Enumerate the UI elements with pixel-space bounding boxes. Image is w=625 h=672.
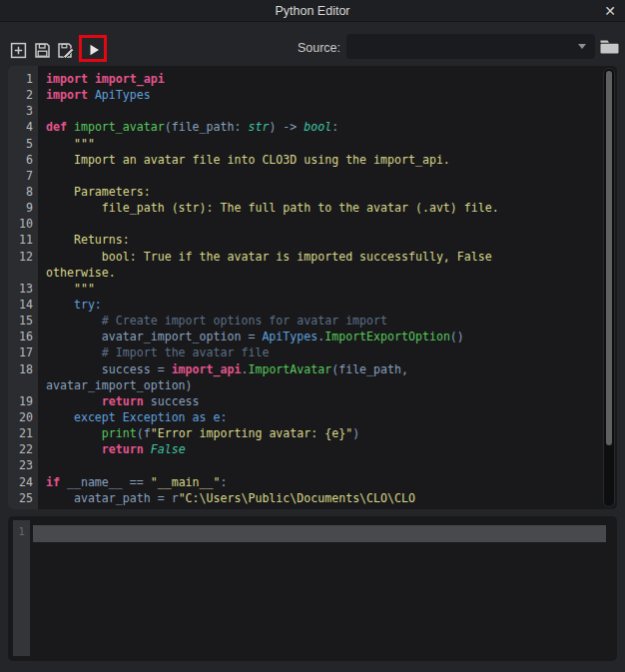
code-line-text: avatar_import_option) xyxy=(38,377,193,393)
code-line-text: bool: True if the avatar is imported suc… xyxy=(38,249,492,265)
line-number: 11 xyxy=(8,232,38,248)
title-bar: Python Editor ✕ xyxy=(0,0,625,22)
line-number: 24 xyxy=(8,474,38,490)
line-number: 18 xyxy=(8,361,38,377)
line-number: 23 xyxy=(8,457,38,473)
line-number: 2 xyxy=(8,87,38,103)
code-row: avatar_import_option) xyxy=(8,377,601,393)
line-number: 17 xyxy=(8,344,38,360)
code-row: 8 Parameters: xyxy=(8,184,601,200)
line-number: 16 xyxy=(8,329,38,344)
code-line-text: avatar_path = r"C:\Users\Public\Document… xyxy=(38,490,415,506)
source-label: Source: xyxy=(298,41,340,55)
line-number: 8 xyxy=(8,184,38,200)
window-title: Python Editor xyxy=(275,4,349,18)
code-line-text: # Create import options for avatar impor… xyxy=(38,313,387,329)
chevron-down-icon xyxy=(578,44,586,49)
code-line-text xyxy=(38,216,46,232)
line-number: 13 xyxy=(8,281,38,297)
close-icon[interactable]: ✕ xyxy=(600,1,620,21)
code-row: 6 Import an avatar file into CLO3D using… xyxy=(8,152,601,168)
save-as-icon xyxy=(57,42,75,59)
play-icon xyxy=(87,43,101,57)
code-line-text: except Exception as e: xyxy=(38,409,227,425)
open-file-button[interactable] xyxy=(598,36,620,56)
line-number: 1 xyxy=(8,71,38,87)
code-row: 14 try: xyxy=(8,297,601,313)
code-row: 16 avatar_import_option = ApiTypes.Impor… xyxy=(8,329,601,344)
code-row: 22 return False xyxy=(8,441,601,457)
code-line-text: try: xyxy=(38,297,102,313)
line-number: 20 xyxy=(8,409,38,425)
code-line-text: import import_api xyxy=(38,71,165,87)
code-row: 1import import_api xyxy=(8,71,601,87)
code-line-text: return success xyxy=(38,393,200,409)
line-number xyxy=(8,377,38,393)
code-row: 19 return success xyxy=(8,393,601,409)
code-row: 13 """ xyxy=(8,281,601,297)
run-button[interactable] xyxy=(83,39,105,61)
output-console[interactable]: 1 xyxy=(8,516,617,661)
line-number: 9 xyxy=(8,200,38,216)
line-number: 10 xyxy=(8,216,38,232)
toolbar: Source: xyxy=(0,23,625,65)
code-line-text: Returns: xyxy=(38,232,130,248)
line-number: 4 xyxy=(8,119,38,135)
code-row: 10 xyxy=(8,216,601,232)
code-row: 17 # Import the avatar file xyxy=(8,344,601,360)
code-line-text xyxy=(38,103,46,119)
code-row: 3 xyxy=(8,103,601,119)
code-row: 7 xyxy=(8,168,601,184)
code-line-text: if __name__ == "__main__": xyxy=(38,474,228,490)
plus-square-icon xyxy=(10,42,27,59)
code-row: 23 xyxy=(8,457,601,473)
code-line-text: def import_avatar(file_path: str) -> boo… xyxy=(38,119,338,135)
code-row: 5 """ xyxy=(8,136,601,152)
code-row: 20 except Exception as e: xyxy=(8,409,601,425)
code-line-text xyxy=(38,457,46,473)
line-number: 21 xyxy=(8,425,38,441)
code-line-text: Parameters: xyxy=(38,184,151,200)
code-line-text: import ApiTypes xyxy=(38,87,151,103)
new-script-button[interactable] xyxy=(7,39,29,61)
code-row: 18 success = import_api.ImportAvatar(fil… xyxy=(8,361,601,377)
source-dropdown[interactable] xyxy=(346,34,595,59)
code-row: 12 bool: True if the avatar is imported … xyxy=(8,249,601,265)
code-line-text: success = import_api.ImportAvatar(file_p… xyxy=(38,361,408,377)
code-line-text: print(f"Error importing avatar: {e}") xyxy=(38,425,359,441)
line-number: 6 xyxy=(8,152,38,168)
line-number: 12 xyxy=(8,249,38,265)
code-line-text: """ xyxy=(38,281,95,297)
line-number: 19 xyxy=(8,393,38,409)
save-icon xyxy=(34,42,51,59)
python-editor-window: { "window": { "title": "Python Editor", … xyxy=(0,0,625,672)
code-line-text: return False xyxy=(38,441,186,457)
code-row: 21 print(f"Error importing avatar: {e}") xyxy=(8,425,601,441)
editor-scrollbar[interactable] xyxy=(603,68,615,507)
code-row: 4def import_avatar(file_path: str) -> bo… xyxy=(8,119,601,135)
line-number: 15 xyxy=(8,313,38,329)
line-number: 7 xyxy=(8,168,38,184)
code-line-text: file_path (str): The full path to the av… xyxy=(38,200,499,216)
save-button[interactable] xyxy=(31,39,53,61)
console-active-line-highlight xyxy=(33,525,606,542)
code-line-text xyxy=(38,168,46,184)
code-row: 25 avatar_path = r"C:\Users\Public\Docum… xyxy=(8,490,601,506)
code-line-text: otherwise. xyxy=(38,265,116,281)
code-line-text: """ xyxy=(38,136,95,152)
code-line-text: avatar_import_option = ApiTypes.ImportEx… xyxy=(38,329,464,344)
line-number xyxy=(8,265,38,281)
save-as-button[interactable] xyxy=(55,39,77,61)
code-editor[interactable]: 1import import_api2import ApiTypes34def … xyxy=(8,66,617,509)
line-number: 3 xyxy=(8,103,38,119)
code-row: 11 Returns: xyxy=(8,232,601,248)
line-number: 22 xyxy=(8,441,38,457)
code-row: 2import ApiTypes xyxy=(8,87,601,103)
folder-icon xyxy=(599,38,620,55)
code-line-text: Import an avatar file into CLO3D using t… xyxy=(38,152,450,168)
code-row: 15 # Create import options for avatar im… xyxy=(8,313,601,329)
line-number: 5 xyxy=(8,136,38,152)
code-rows[interactable]: 1import import_api2import ApiTypes34def … xyxy=(8,66,601,509)
editor-scrollbar-thumb[interactable] xyxy=(606,71,612,445)
code-line-text: # Import the avatar file xyxy=(38,344,269,360)
